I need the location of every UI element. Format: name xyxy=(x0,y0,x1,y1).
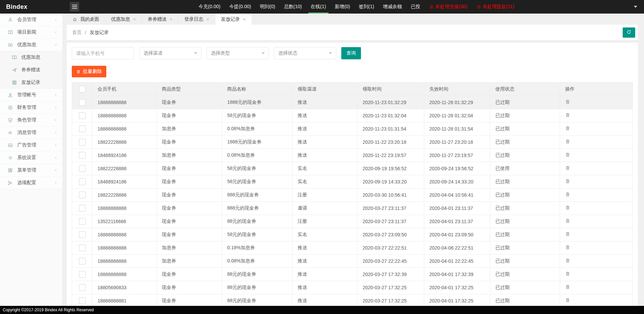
topbar-stat[interactable]: 签到(1) xyxy=(355,0,379,14)
topbar-stat[interactable]: 增减余额 xyxy=(379,0,406,14)
row-checkbox[interactable] xyxy=(79,218,86,225)
delete-row-button[interactable] xyxy=(565,284,570,290)
tab-发放记录[interactable]: 发放记录× xyxy=(215,14,252,25)
delete-row-button[interactable] xyxy=(565,179,570,184)
row-select-cell xyxy=(72,215,92,228)
row-checkbox[interactable] xyxy=(79,271,86,278)
cell-type: 加息券 xyxy=(157,255,222,268)
column-header: 会员手机 xyxy=(92,82,157,96)
phone-search-input[interactable] xyxy=(72,47,134,59)
row-checkbox[interactable] xyxy=(79,192,86,198)
cell-expired: 2020-09-24 19:56:52 xyxy=(424,162,490,175)
delete-row-button[interactable] xyxy=(565,258,570,263)
topbar-stat[interactable]: 今提(0.00) xyxy=(225,0,256,14)
brand-logo[interactable]: Bindex xyxy=(0,3,62,11)
sidebar-item-grid[interactable]: 发放记录 xyxy=(0,76,62,89)
search-button[interactable]: 查询 xyxy=(341,47,361,59)
delete-row-button[interactable] xyxy=(565,192,570,197)
delete-row-button[interactable] xyxy=(565,139,570,144)
row-checkbox[interactable] xyxy=(79,112,86,119)
filter-select[interactable]: 选择类型 xyxy=(207,47,269,59)
sidebar-item-ad[interactable]: 广告管理 xyxy=(0,139,62,152)
sidebar-item-label: 广告管理 xyxy=(17,142,36,148)
topbar-stat[interactable]: 新增(0) xyxy=(330,0,355,14)
row-checkbox[interactable] xyxy=(79,165,86,172)
chevron-left-icon xyxy=(54,181,58,185)
row-checkbox[interactable] xyxy=(79,258,86,264)
row-checkbox[interactable] xyxy=(79,297,86,304)
row-checkbox[interactable] xyxy=(79,125,86,132)
sidebar-item-send[interactable]: 券券赠送 xyxy=(0,64,62,76)
cell-actions xyxy=(560,228,633,241)
delete-row-button[interactable] xyxy=(565,99,570,104)
delete-row-button[interactable] xyxy=(565,126,570,131)
close-tab-icon[interactable]: × xyxy=(170,17,172,22)
delete-row-button[interactable] xyxy=(565,152,570,157)
chevron-left-icon xyxy=(54,18,58,22)
topbar-stat[interactable]: 在线(1) xyxy=(306,0,330,14)
sidebar-item-user[interactable]: 会员管理 xyxy=(0,14,62,26)
row-checkbox[interactable] xyxy=(79,205,86,212)
delete-row-button[interactable] xyxy=(565,245,570,250)
sidebar-item-horn[interactable]: 消息管理 xyxy=(0,126,62,139)
column-header: 使用状态 xyxy=(490,82,560,96)
batch-delete-button[interactable]: 批量删除 xyxy=(72,66,106,77)
delete-row-button[interactable] xyxy=(565,165,570,171)
row-checkbox[interactable] xyxy=(79,284,86,291)
cell-phone: 18888888888 xyxy=(92,96,157,109)
delete-row-button[interactable] xyxy=(565,271,570,276)
cell-expired: 2020-11-28 01:32:29 xyxy=(424,96,490,109)
delete-row-button[interactable] xyxy=(565,298,570,303)
tab-登录日志[interactable]: 登录日志× xyxy=(178,14,215,25)
sidebar-toggle-button[interactable] xyxy=(70,2,79,12)
sidebar-item-menu[interactable]: 菜单管理 xyxy=(0,164,62,177)
topbar-stat[interactable]: 已投 xyxy=(406,0,425,14)
row-checkbox[interactable] xyxy=(79,178,86,185)
sidebar-item-label: 发放记录 xyxy=(21,79,40,85)
cell-received: 2020-03-27 22:22:45 xyxy=(358,255,424,268)
row-checkbox[interactable] xyxy=(79,244,86,251)
topbar-alert[interactable]: 未处理提款(11) xyxy=(472,0,519,14)
tab-券券赠送[interactable]: 券券赠送× xyxy=(142,14,178,25)
close-tab-icon[interactable]: × xyxy=(243,17,246,22)
sidebar-item-coupon[interactable]: 优惠加息 xyxy=(0,39,62,51)
breadcrumb-home[interactable]: 首页 xyxy=(72,30,82,36)
select-all-checkbox[interactable] xyxy=(79,86,86,93)
topbar-alert[interactable]: 未处理充值(30) xyxy=(425,0,472,14)
sidebar-item-account[interactable]: 管理帐号 xyxy=(0,89,62,101)
row-checkbox[interactable] xyxy=(79,152,86,159)
cell-type: 加息券 xyxy=(157,149,222,162)
sidebar-item-options[interactable]: 选项配置 xyxy=(0,177,62,189)
delete-row-button[interactable] xyxy=(565,218,570,223)
gear-icon xyxy=(7,155,13,160)
delete-row-button[interactable] xyxy=(565,113,570,118)
topbar-stat[interactable]: 明到(0) xyxy=(255,0,279,14)
filter-select[interactable]: 选择渠道 xyxy=(139,47,201,59)
topbar-stat[interactable]: 总数(10) xyxy=(280,0,306,14)
row-checkbox[interactable] xyxy=(79,139,86,145)
row-checkbox[interactable] xyxy=(79,99,86,106)
sidebar-item-coupon-sub[interactable]: 优惠加息 xyxy=(0,51,62,64)
close-tab-icon[interactable]: × xyxy=(206,17,209,22)
chevron-left-icon xyxy=(54,131,58,135)
refresh-button[interactable] xyxy=(623,27,635,38)
cell-status: 已过期 xyxy=(490,281,560,294)
user-menu-caret-icon[interactable] xyxy=(634,6,637,8)
tab-优惠加息[interactable]: 优惠加息× xyxy=(105,14,142,25)
tab-我的桌面[interactable]: 我的桌面 xyxy=(67,14,105,25)
cell-status: 已过期 xyxy=(490,228,560,241)
sidebar-item-news[interactable]: 项目新闻 xyxy=(0,26,62,39)
cell-phone: 13522116666 xyxy=(92,215,157,228)
delete-row-button[interactable] xyxy=(565,205,570,210)
filter-select[interactable]: 选择状态 xyxy=(274,47,336,59)
sidebar-item-gear[interactable]: 系统设置 xyxy=(0,152,62,164)
cell-expired: 2020-11-27 23:19:57 xyxy=(424,149,490,162)
row-checkbox[interactable] xyxy=(79,231,86,238)
close-tab-icon[interactable]: × xyxy=(133,17,136,22)
cell-type: 现金券 xyxy=(157,109,222,122)
topbar-stat[interactable]: 今充(0.00) xyxy=(194,0,225,14)
delete-row-button[interactable] xyxy=(565,232,570,237)
sidebar-item-money[interactable]: 财务管理 xyxy=(0,101,62,114)
cell-type: 加息券 xyxy=(157,122,222,136)
sidebar-item-shield[interactable]: 角色管理 xyxy=(0,114,62,126)
